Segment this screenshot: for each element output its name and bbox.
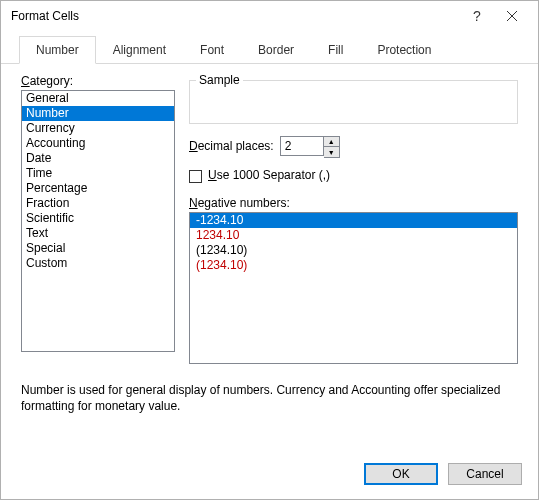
category-description: Number is used for general display of nu… xyxy=(21,382,518,414)
decimal-places-spinner[interactable]: ▲ ▼ xyxy=(280,136,340,158)
tab-protection[interactable]: Protection xyxy=(360,36,448,64)
decimal-places-label: Decimal places: xyxy=(189,139,274,153)
category-item[interactable]: Currency xyxy=(22,121,174,136)
negative-numbers-listbox[interactable]: -1234.101234.10(1234.10)(1234.10) xyxy=(189,212,518,364)
dialog-body: Category: GeneralNumberCurrencyAccountin… xyxy=(1,64,538,451)
category-item[interactable]: Number xyxy=(22,106,174,121)
negative-format-item[interactable]: 1234.10 xyxy=(190,228,517,243)
category-item[interactable]: Text xyxy=(22,226,174,241)
thousand-separator-label: Use 1000 Separator (,) xyxy=(208,168,330,182)
category-item[interactable]: Fraction xyxy=(22,196,174,211)
negative-format-item[interactable]: -1234.10 xyxy=(190,213,517,228)
category-item[interactable]: Special xyxy=(22,241,174,256)
cancel-button[interactable]: Cancel xyxy=(448,463,522,485)
category-item[interactable]: Time xyxy=(22,166,174,181)
dialog-title: Format Cells xyxy=(11,9,458,23)
help-button[interactable]: ? xyxy=(458,9,494,23)
category-item[interactable]: Scientific xyxy=(22,211,174,226)
category-item[interactable]: Accounting xyxy=(22,136,174,151)
ok-button[interactable]: OK xyxy=(364,463,438,485)
category-item[interactable]: Custom xyxy=(22,256,174,271)
category-listbox[interactable]: GeneralNumberCurrencyAccountingDateTimeP… xyxy=(21,90,175,352)
spinner-down[interactable]: ▼ xyxy=(324,147,339,157)
category-item[interactable]: Date xyxy=(22,151,174,166)
sample-group: Sample xyxy=(189,80,518,124)
dialog-footer: OK Cancel xyxy=(1,451,538,499)
close-button[interactable] xyxy=(494,11,530,21)
svg-text:?: ? xyxy=(473,9,481,23)
tab-number[interactable]: Number xyxy=(19,36,96,64)
negative-format-item[interactable]: (1234.10) xyxy=(190,243,517,258)
category-item[interactable]: Percentage xyxy=(22,181,174,196)
titlebar: Format Cells ? xyxy=(1,1,538,31)
tab-font[interactable]: Font xyxy=(183,36,241,64)
format-cells-dialog: Format Cells ? NumberAlignmentFontBorder… xyxy=(0,0,539,500)
tab-border[interactable]: Border xyxy=(241,36,311,64)
tab-alignment[interactable]: Alignment xyxy=(96,36,183,64)
tab-strip: NumberAlignmentFontBorderFillProtection xyxy=(1,31,538,64)
decimal-places-input[interactable] xyxy=(280,136,324,156)
category-label: Category: xyxy=(21,74,175,88)
spinner-up[interactable]: ▲ xyxy=(324,137,339,147)
thousand-separator-checkbox[interactable] xyxy=(189,170,202,183)
tab-fill[interactable]: Fill xyxy=(311,36,360,64)
negative-numbers-label: Negative numbers: xyxy=(189,196,518,210)
negative-format-item[interactable]: (1234.10) xyxy=(190,258,517,273)
category-item[interactable]: General xyxy=(22,91,174,106)
sample-label: Sample xyxy=(196,73,243,87)
